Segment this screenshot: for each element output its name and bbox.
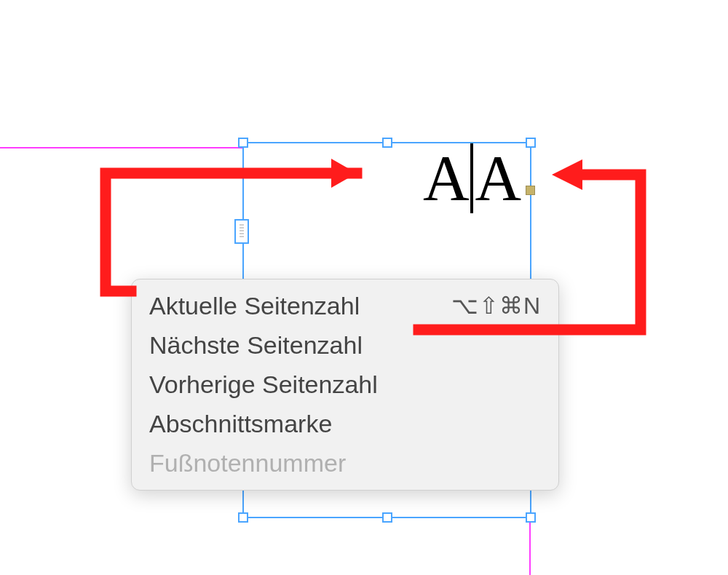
resize-handle-bottom-right[interactable] (526, 512, 536, 523)
resize-handle-top-right[interactable] (526, 138, 536, 148)
menu-item-label: Vorherige Seitenzahl (149, 368, 378, 402)
arrowhead-right (552, 159, 582, 190)
in-port-icon[interactable] (234, 219, 249, 244)
context-menu: Aktuelle Seitenzahl ⌥⇧⌘N Nächste Seitenz… (131, 279, 559, 491)
menu-item-label: Fußnotennummer (149, 447, 346, 480)
guide-line-horizontal (0, 147, 242, 148)
menu-item-previous-page-number[interactable]: Vorherige Seitenzahl (132, 365, 558, 405)
menu-item-current-page-number[interactable]: Aktuelle Seitenzahl ⌥⇧⌘N (132, 287, 558, 326)
menu-item-footnote-number: Fußnotennummer (132, 444, 558, 483)
menu-item-section-marker[interactable]: Abschnittsmarke (132, 405, 558, 444)
menu-item-label: Nächste Seitenzahl (149, 329, 363, 362)
page-marker-a2: A (475, 143, 521, 213)
text-caret (470, 143, 473, 213)
resize-handle-bottom-center[interactable] (382, 512, 392, 523)
menu-item-shortcut: ⌥⇧⌘N (451, 290, 541, 322)
resize-handle-bottom-left[interactable] (238, 512, 248, 523)
resize-handle-top-left[interactable] (238, 138, 248, 148)
out-port-icon[interactable] (526, 186, 535, 195)
resize-handle-top-center[interactable] (382, 138, 392, 148)
guide-line-vertical (529, 518, 531, 575)
frame-text[interactable]: AA (423, 146, 521, 216)
page-marker-a1: A (423, 143, 470, 213)
menu-item-label: Aktuelle Seitenzahl (149, 290, 360, 323)
menu-item-next-page-number[interactable]: Nächste Seitenzahl (132, 326, 558, 365)
menu-item-label: Abschnittsmarke (149, 408, 332, 441)
